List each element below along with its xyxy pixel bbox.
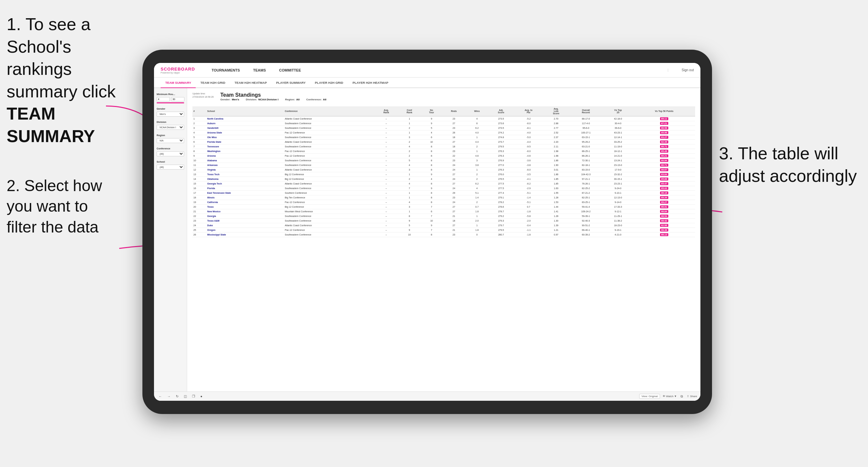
- subnav-team-summary[interactable]: TEAM SUMMARY: [161, 77, 196, 88]
- cell-school[interactable]: Illinois: [206, 195, 284, 200]
- cell-conf-rank: 1: [398, 116, 421, 121]
- cell-school[interactable]: Oregon: [206, 228, 284, 232]
- cell-avg-rank: –: [375, 214, 398, 219]
- standings-title: Team Standings: [220, 92, 326, 98]
- filter-gender-select[interactable]: Men's: [157, 112, 184, 117]
- cell-school[interactable]: North Carolina: [206, 116, 284, 121]
- filter-region-select[interactable]: N/A: [157, 138, 184, 143]
- cell-school[interactable]: Ole Miss: [206, 135, 284, 140]
- watch-button[interactable]: 👁 Watch ▼: [663, 395, 677, 398]
- th-wins: Wins: [466, 106, 489, 116]
- th-adj-score: Adj.Score: [488, 106, 514, 116]
- cell-school[interactable]: East Tennessee State: [206, 191, 284, 195]
- cell-school[interactable]: Arizona: [206, 154, 284, 158]
- cell-school[interactable]: New Mexico: [206, 209, 284, 214]
- cell-wins: 2: [466, 200, 489, 205]
- cell-conference: Southeastern Conference: [284, 121, 375, 126]
- filter-school-select[interactable]: (All): [157, 165, 184, 169]
- cell-school[interactable]: Virginia: [206, 167, 284, 172]
- cell-conf-rank: 3: [398, 167, 421, 172]
- cell-rnds: 27: [442, 140, 466, 145]
- cell-overall-record: 82-25-2: [569, 186, 603, 191]
- subnav-team-h2h-heatmap[interactable]: TEAM H2H HEATMAP: [230, 77, 271, 88]
- cell-school[interactable]: Auburn: [206, 121, 284, 126]
- filter-conference-select[interactable]: (All): [157, 151, 184, 156]
- cell-school[interactable]: Florida State: [206, 140, 284, 145]
- cell-school[interactable]: Vanderbilt: [206, 126, 284, 130]
- cell-avg-rank: –: [375, 228, 398, 232]
- filter-max-input[interactable]: [171, 97, 184, 101]
- cell-school[interactable]: Georgia: [206, 214, 284, 219]
- view-original-button[interactable]: View: Original: [639, 394, 660, 399]
- cell-avg-low-score: 1.85: [544, 177, 569, 182]
- subnav-team-h2h-grid[interactable]: TEAM H2H GRID: [196, 77, 230, 88]
- subnav-player-summary[interactable]: PLAYER SUMMARY: [272, 77, 310, 88]
- nav-tournaments[interactable]: TOURNAMENTS: [212, 67, 240, 73]
- sign-out-button[interactable]: Sign out: [682, 68, 694, 72]
- cell-school[interactable]: Tennessee: [206, 145, 284, 149]
- toolbar-timer-btn[interactable]: ●: [199, 394, 204, 399]
- cell-school[interactable]: Arkansas: [206, 163, 284, 167]
- cell-rnds: 24: [442, 186, 466, 191]
- filter-division-select[interactable]: NCAA Division I: [157, 125, 184, 130]
- update-time: Update time: 27/03/2024 16:56:26: [192, 92, 214, 99]
- score-badge: 88.54: [660, 215, 669, 218]
- subnav-player-h2h-heatmap[interactable]: PLAYER H2H HEATMAP: [348, 77, 393, 88]
- score-badge: 86.16: [660, 191, 669, 194]
- toolbar-resize-btn[interactable]: ⧉: [679, 394, 684, 399]
- cell-overall-record: 66-40-1: [569, 228, 603, 232]
- cell-wins: 4: [466, 186, 489, 191]
- cell-vs-top-50-points: 80.94: [633, 158, 695, 163]
- filter-min-input[interactable]: [157, 97, 170, 101]
- toolbar-reload-btn[interactable]: ↻: [175, 394, 180, 399]
- score-badge: 85.47: [660, 182, 669, 185]
- cell-school[interactable]: Washington: [206, 149, 284, 154]
- conference-chip: Conference: All: [306, 98, 327, 101]
- cell-school[interactable]: Texas A&M: [206, 219, 284, 223]
- cell-vs-top-50-points: 88.13: [633, 232, 695, 237]
- toolbar-back-btn[interactable]: ←: [157, 394, 163, 399]
- cell-avg-low-score: 1.63: [544, 186, 569, 191]
- cell-conference: Southeastern Conference: [284, 158, 375, 163]
- cell-avg-low-score: 1.86: [544, 158, 569, 163]
- cell-adj-score: 278.7: [488, 209, 514, 214]
- cell-school[interactable]: California: [206, 200, 284, 205]
- cell-overall-record: 95-29-2: [569, 140, 603, 145]
- cell-conf-rank: 2: [398, 149, 421, 154]
- slider-track[interactable]: [157, 102, 184, 103]
- cell-avg-low-score: 1.53: [544, 200, 569, 205]
- cell-vs-top-50-points: 85.98: [633, 130, 695, 135]
- toolbar-forward-btn[interactable]: →: [166, 394, 172, 399]
- cell-conf-rank: 3: [398, 205, 421, 209]
- cell-school[interactable]: Florida: [206, 186, 284, 191]
- cell-conf-rank: 5: [398, 158, 421, 163]
- toolbar-copy-btn[interactable]: ❐: [191, 394, 196, 399]
- cell-school[interactable]: Georgia Tech: [206, 182, 284, 186]
- subnav-player-h2h-grid[interactable]: PLAYER H2H GRID: [310, 77, 348, 88]
- table-row: 12VirginiaAtlantic Coast Conference–3824…: [192, 167, 695, 172]
- share-button[interactable]: ⇧ Share: [687, 395, 697, 398]
- th-conf-rank: ConfRank: [398, 106, 421, 116]
- cell-overall-record: 63-15-1: [569, 135, 603, 140]
- table-row: 24DukeAtlantic Coast Conference–59271279…: [192, 223, 695, 228]
- nav-teams[interactable]: TEAMS: [253, 67, 266, 73]
- cell-school[interactable]: Texas Tech: [206, 172, 284, 177]
- toolbar-bookmark-btn[interactable]: ◫: [183, 394, 188, 399]
- cell-vs-top-50-points: 86.58: [633, 126, 695, 130]
- cell-school[interactable]: Oklahoma: [206, 177, 284, 182]
- cell-school[interactable]: Duke: [206, 223, 284, 228]
- nav-committee[interactable]: COMMITTEE: [279, 67, 301, 73]
- cell-rnds: 24: [442, 177, 466, 182]
- score-badge: 80.21: [660, 154, 669, 157]
- cell-school[interactable]: Arizona State: [206, 130, 284, 135]
- cell-avg-rank: –: [375, 191, 398, 195]
- cell-avg-low-score: 2.77: [544, 126, 569, 130]
- cell-overall-record: 82-25-1: [569, 195, 603, 200]
- cell-adj-score: 279.5: [488, 228, 514, 232]
- cell-school[interactable]: Mississippi State: [206, 232, 284, 237]
- cell-school[interactable]: Alabama: [206, 158, 284, 163]
- cell-school[interactable]: Texas: [206, 205, 284, 209]
- cell-no-tour: 8: [421, 191, 442, 195]
- cell-avg-rank: –: [375, 116, 398, 121]
- instruction-3: 3. The table will adjust accordingly: [719, 143, 858, 187]
